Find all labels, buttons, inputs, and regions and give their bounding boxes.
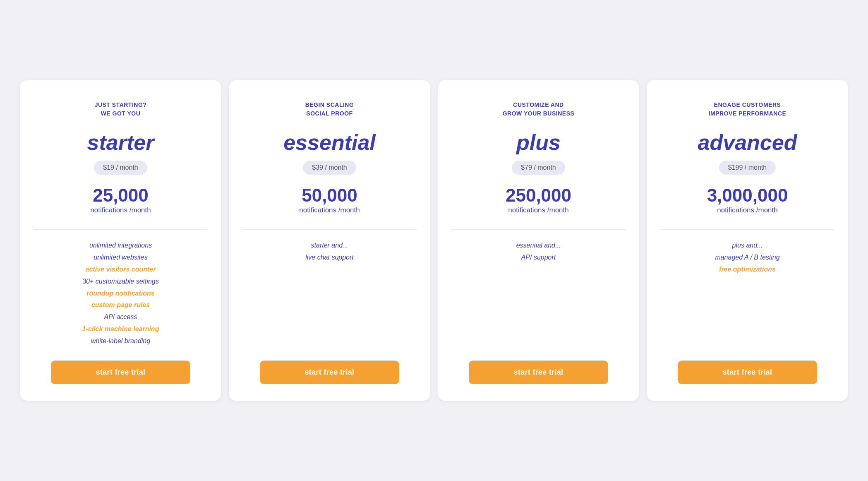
price-badge-advanced: $199 / month: [719, 161, 776, 175]
plan-name-essential: essential: [283, 132, 376, 153]
pricing-card-plus: CUSTOMIZE AND GROW YOUR BUSINESSplus$79 …: [438, 80, 639, 400]
features-list-essential: starter and...live chat support: [242, 240, 417, 347]
features-list-advanced: plus and...managed A / B testingfree opt…: [660, 240, 834, 347]
pricing-card-essential: BEGIN SCALING SOCIAL PROOFessential$39 /…: [229, 80, 430, 400]
tagline-advanced: ENGAGE CUSTOMERS IMPROVE PERFORMANCE: [709, 97, 786, 122]
divider-starter: [34, 229, 208, 230]
tagline-plus: CUSTOMIZE AND GROW YOUR BUSINESS: [503, 97, 575, 122]
feature-item: free optimizations: [660, 264, 834, 276]
feature-item: plus and...: [660, 240, 834, 252]
tagline-essential: BEGIN SCALING SOCIAL PROOF: [305, 97, 354, 122]
divider-plus: [451, 229, 626, 230]
divider-essential: [242, 229, 417, 230]
cta-button-plus[interactable]: start free trial: [469, 361, 608, 384]
divider-advanced: [660, 229, 834, 230]
feature-item: 30+ customizable settings: [34, 276, 208, 288]
feature-item: unlimited websites: [34, 252, 208, 264]
notifications-label-advanced: notifications /month: [717, 206, 777, 214]
cta-button-advanced[interactable]: start free trial: [678, 361, 817, 384]
plan-name-advanced: advanced: [698, 132, 797, 153]
feature-item: live chat support: [242, 252, 417, 264]
notifications-count-starter: 25,000: [93, 186, 149, 204]
feature-item: custom page rules: [34, 299, 208, 311]
price-badge-starter: $19 / month: [94, 161, 147, 175]
notifications-count-essential: 50,000: [302, 186, 357, 204]
notifications-count-plus: 250,000: [506, 186, 571, 204]
features-list-starter: unlimited integrationsunlimited websites…: [34, 240, 208, 347]
feature-item: active visitors counter: [34, 264, 208, 276]
notifications-label-plus: notifications /month: [508, 206, 568, 214]
notifications-count-advanced: 3,000,000: [707, 186, 788, 204]
pricing-card-advanced: ENGAGE CUSTOMERS IMPROVE PERFORMANCEadva…: [647, 80, 848, 400]
cta-button-starter[interactable]: start free trial: [51, 361, 190, 384]
feature-item: white-label branding: [34, 335, 208, 347]
feature-item: API access: [34, 311, 208, 323]
notifications-label-essential: notifications /month: [299, 206, 360, 214]
pricing-grid: JUST STARTING? WE GOT YOUstarter$19 / mo…: [20, 80, 848, 400]
tagline-starter: JUST STARTING? WE GOT YOU: [95, 97, 147, 122]
feature-item: starter and...: [242, 240, 417, 252]
price-badge-essential: $39 / month: [303, 161, 356, 175]
pricing-card-starter: JUST STARTING? WE GOT YOUstarter$19 / mo…: [20, 80, 221, 400]
price-badge-plus: $79 / month: [512, 161, 565, 175]
features-list-plus: essential and...API support: [451, 240, 626, 347]
feature-item: unlimited integrations: [34, 240, 208, 252]
plan-name-plus: plus: [516, 132, 561, 153]
feature-item: essential and...: [451, 240, 626, 252]
feature-item: API support: [451, 252, 626, 264]
feature-item: roundup notifications: [34, 288, 208, 300]
notifications-label-starter: notifications /month: [90, 206, 151, 214]
cta-button-essential[interactable]: start free trial: [260, 361, 399, 384]
feature-item: managed A / B testing: [660, 252, 834, 264]
plan-name-starter: starter: [87, 132, 154, 153]
feature-item: 1-click machine learning: [34, 323, 208, 335]
